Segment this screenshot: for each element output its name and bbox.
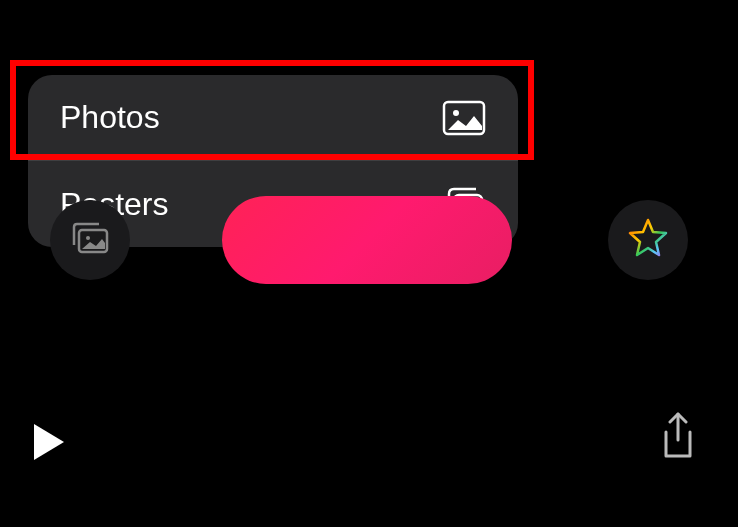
- share-button[interactable]: [658, 412, 698, 466]
- gallery-icon: [69, 220, 111, 260]
- svg-point-1: [453, 110, 459, 116]
- play-button[interactable]: [30, 420, 68, 468]
- menu-item-photos[interactable]: Photos: [28, 75, 518, 161]
- star-icon: [626, 216, 670, 264]
- menu-item-label: Photos: [60, 99, 160, 136]
- share-icon: [658, 448, 698, 465]
- primary-action-button[interactable]: [222, 196, 512, 284]
- svg-point-4: [86, 236, 90, 240]
- gallery-button[interactable]: [50, 200, 130, 280]
- favorite-button[interactable]: [608, 200, 688, 280]
- play-icon: [30, 450, 68, 467]
- photo-icon: [442, 100, 486, 136]
